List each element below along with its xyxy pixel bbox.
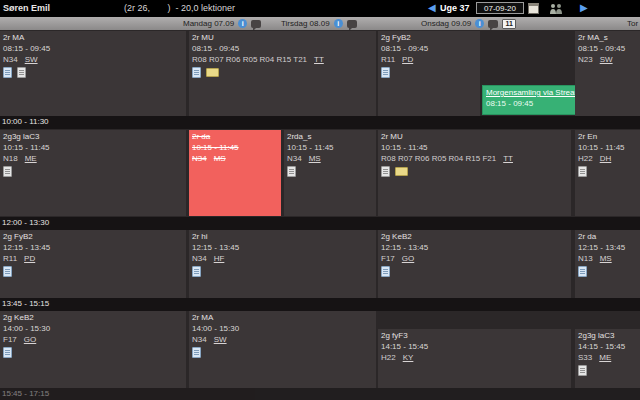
document-icon[interactable] [578,166,587,177]
chat-icon[interactable] [488,20,498,28]
lesson-time: 10:15 - 11:45 [192,142,278,153]
time-band: 12:00 - 13:30 [0,217,640,230]
lesson-rooms: N18 [3,154,18,163]
lesson-title: 2g KeB2 [381,231,568,242]
document-icon[interactable] [192,266,201,277]
lesson-cell[interactable]: 2r MA 08:15 - 09:45 N34SW [0,31,186,116]
lesson-cell[interactable]: 2r hi 12:15 - 13:45 N34HF [189,230,376,298]
lesson-cell[interactable]: 2r MA_s 08:15 - 09:45 N23SW [575,31,640,116]
document-icon[interactable] [192,67,201,78]
teacher-link[interactable]: PD [24,254,35,263]
teacher-link[interactable]: MS [600,254,612,263]
time-band: 13:45 - 15:15 [0,298,640,311]
lesson-cell[interactable]: 2g fyF3 14:15 - 15:45 H22KY [378,329,571,388]
teacher-link[interactable]: SW [600,55,613,64]
lesson-title: 2rda_s [287,131,373,142]
lesson-time: 14:15 - 15:45 [578,341,637,352]
day-label: Onsdag 09.09 [421,19,471,28]
teacher-link[interactable]: MS [214,154,226,163]
time-band: 10:00 - 11:30 [0,116,640,129]
teacher-link[interactable]: ME [599,353,611,362]
day-label: Tirsdag 08.09 [281,19,330,28]
teacher-link[interactable]: SW [25,55,38,64]
lesson-cell[interactable]: 2g FyB2 08:15 - 09:45 R11PD [378,31,480,116]
teacher-link[interactable]: PD [402,55,413,64]
lesson-rooms: R11 [381,55,395,64]
document-icon[interactable] [3,266,12,277]
day-header-thursday: Tor [627,18,638,29]
lesson-rooms: R08 R07 R06 R05 R04 R15 F21 [381,154,496,163]
lesson-cell[interactable]: 2rda_s 10:15 - 11:45 N34MS [284,130,376,216]
chat-icon[interactable] [347,20,357,28]
time-band: 15:45 - 17:15 [0,388,640,400]
chat-icon[interactable] [251,20,261,28]
date-input[interactable] [476,2,524,14]
top-bar: Søren Emil (2r 26, ) - 20,0 lektioner ◀ … [0,0,640,17]
lesson-title: 2r MU [192,32,373,43]
document-icon[interactable] [578,266,587,277]
next-week-button[interactable]: ▶ [580,2,588,14]
lesson-title: 2r MA [192,312,373,323]
lesson-cell[interactable]: 2r MU 10:15 - 11:45 R08 R07 R06 R05 R04 … [378,130,571,216]
lesson-cell[interactable]: 2r En 10:15 - 11:45 H22DH [575,130,640,216]
teacher-link[interactable]: TT [314,55,324,64]
lesson-cell[interactable]: 2g KeB2 12:15 - 13:45 F17GO [378,230,571,298]
lesson-rooms: N34 [3,55,18,64]
teacher-link[interactable]: GO [24,335,36,344]
lesson-time: 10:15 - 11:45 [381,142,568,153]
document-icon[interactable] [381,67,390,78]
day-label: Tor [627,19,638,28]
document-icon[interactable] [381,266,390,277]
day-count-badge[interactable]: 11 [502,19,516,29]
lesson-cell[interactable]: 2g KeB2 14:00 - 15:30 F17GO [0,311,186,388]
cancelled-lesson-cell[interactable]: 2r da 10:15 - 11:45 N34MS [189,130,281,216]
teacher-link[interactable]: ME [25,154,37,163]
lesson-rooms: R08 R07 R06 R05 R04 R15 T21 [192,55,307,64]
teacher-link[interactable]: MS [309,154,321,163]
teacher-link[interactable]: DH [600,154,612,163]
lesson-rooms: S33 [578,353,592,362]
note-icon[interactable] [206,68,219,77]
lesson-time: 12:15 - 13:45 [381,242,568,253]
lesson-cell[interactable]: 2r MA 14:00 - 15:30 N34SW [189,311,376,388]
lesson-cell[interactable]: 2r MU 08:15 - 09:45 R08 R07 R06 R05 R04 … [189,31,376,116]
event-title-link[interactable]: Morgensamling via Stream 9 [486,87,572,98]
document-icon[interactable] [3,67,12,78]
lesson-time: 12:15 - 13:45 [192,242,373,253]
note-icon[interactable] [395,167,408,176]
teacher-link[interactable]: GO [402,254,414,263]
document-icon[interactable] [381,166,390,177]
lesson-time: 08:15 - 09:45 [578,43,637,54]
lesson-title: 2g fyF3 [381,330,568,341]
lesson-time: 14:00 - 15:30 [192,323,373,334]
document-icon[interactable] [578,365,587,376]
lesson-time: 14:15 - 15:45 [381,341,568,352]
teacher-link[interactable]: SW [214,335,227,344]
info-icon[interactable]: i [238,19,247,28]
teacher-link[interactable]: KY [403,353,414,362]
document-icon[interactable] [192,347,201,358]
lesson-title: 2r MA [3,32,183,43]
document-icon[interactable] [17,67,26,78]
lesson-cell[interactable]: 2g3g laC3 10:15 - 11:45 N18ME [0,130,186,216]
document-icon[interactable] [3,347,12,358]
teacher-link[interactable]: TT [503,154,513,163]
day-header-wednesday: Onsdag 09.09 i 11 [421,18,516,29]
teacher-link[interactable]: HF [214,254,225,263]
day-header-monday: Mandag 07.09 i [183,18,261,29]
lesson-cell[interactable]: 2g3g laC3 14:15 - 15:45 S33ME [575,329,640,388]
week-label: Uge 37 [440,3,470,13]
lesson-cell[interactable]: 2r da 12:15 - 13:45 N13MS [575,230,640,298]
lesson-cell[interactable]: 2g FyB2 12:15 - 13:45 R11PD [0,230,186,298]
event-cell[interactable]: Morgensamling via Stream 9 08:15 - 09:45 [482,85,576,115]
day-label: Mandag 07.09 [183,19,234,28]
people-icon[interactable] [549,3,563,14]
info-icon[interactable]: i [475,19,484,28]
calendar-icon[interactable] [528,3,539,14]
document-icon[interactable] [287,166,296,177]
lesson-title: 2g FyB2 [3,231,183,242]
document-icon[interactable] [3,166,12,177]
info-icon[interactable]: i [334,19,343,28]
prev-week-button[interactable]: ◀ [428,2,436,14]
lesson-time: 12:15 - 13:45 [578,242,637,253]
